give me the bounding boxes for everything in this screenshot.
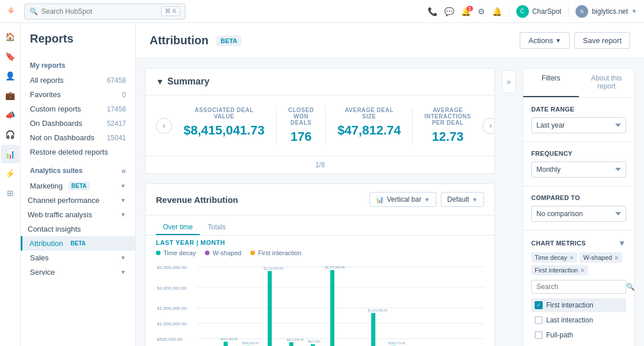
metric-search-wrapper[interactable]: 🔍 — [531, 280, 626, 294]
about-report-tab[interactable]: About this report — [579, 68, 635, 97]
service-expand-icon: ▼ — [120, 269, 126, 275]
sidebar-item-restore[interactable]: Restore deleted reports — [21, 145, 135, 159]
favorites-label: Favorites — [30, 90, 60, 99]
svg-text:$2,112,879.00: $2,112,879.00 — [264, 267, 283, 270]
deal-value-label: ASSOCIATED DEAL VALUE — [184, 107, 265, 120]
sidebar-item-custom[interactable]: Custom reports 17458 — [21, 102, 135, 116]
search-shortcut: ⌘ K — [161, 6, 180, 16]
sidebar-item-service[interactable]: Service ▼ — [21, 265, 135, 279]
automation-icon-btn[interactable]: ⚡ — [1, 164, 20, 183]
summary-metrics: ‹ ASSOCIATED DEAL VALUE $8,415,041.73 CL… — [146, 95, 494, 156]
revenue-chart: $2,500,000.00 $2,000,000.00 $1,500,000.0… — [156, 260, 484, 346]
marketing-icon-btn[interactable]: 📣 — [1, 106, 20, 124]
metrics-next-button[interactable]: › — [482, 118, 495, 134]
svg-rect-29 — [330, 270, 334, 346]
checkbox-full-path[interactable]: Full-path — [531, 328, 626, 342]
compared-to-section: Compared To No comparison — [523, 186, 634, 230]
sidebar-item-favorites[interactable]: Favorites 0 — [21, 87, 135, 102]
legend-w-shaped: W-shaped — [205, 249, 241, 256]
sidebar-item-sales[interactable]: Sales ▼ — [21, 251, 135, 265]
app-layout: Reports My reports All reports 67458 Fav… — [21, 23, 644, 346]
vertical-bar-button[interactable]: 📊 Vertical bar ▼ — [369, 192, 436, 207]
closed-won-value: 176 — [288, 129, 314, 144]
remove-w-shaped-button[interactable]: ✕ — [614, 255, 619, 261]
svg-text:$296,802.00: $296,802.00 — [242, 341, 260, 345]
tag-first-interaction: First interaction ✕ — [531, 265, 588, 275]
checkbox-linear[interactable]: Linear — [531, 343, 626, 346]
settings-icon[interactable]: ⚙ — [478, 7, 485, 16]
frequency-select[interactable]: Monthly — [531, 162, 626, 178]
time-decay-dot — [156, 251, 161, 255]
right-panel-expand-button[interactable]: » — [502, 70, 516, 93]
metric-search-input[interactable] — [536, 283, 623, 291]
metric-avg-interactions: AVERAGE INTERACTIONS PER DEAL 12.73 — [412, 107, 482, 144]
sales-label: Sales — [30, 253, 49, 262]
remove-time-decay-button[interactable]: ✕ — [569, 255, 574, 261]
tag-w-shaped: W-shaped ✕ — [580, 252, 622, 263]
chart-metrics-expand-icon[interactable]: ▼ — [618, 239, 626, 248]
compared-to-select[interactable]: No comparison — [531, 206, 626, 222]
actions-chevron-icon: ▼ — [555, 37, 561, 44]
default-button[interactable]: Default ▼ — [441, 192, 484, 207]
actions-label: Actions — [528, 36, 553, 45]
frequency-section: Frequency Monthly — [523, 142, 634, 186]
report-panel: ▼ Summary ‹ ASSOCIATED DEAL VALUE $8,415… — [145, 68, 495, 346]
charspot-user[interactable]: C CharSpot — [516, 5, 562, 18]
global-search-bar[interactable]: 🔍 ⌘ K — [24, 3, 185, 20]
deals-icon-btn[interactable]: 💼 — [1, 86, 20, 105]
chart-metrics-area: Chart metrics ▼ Time decay ✕ W-shaped ✕ — [523, 230, 634, 346]
revenue-section: Revenue Attribution 📊 Vertical bar ▼ Def… — [145, 183, 495, 346]
actions-button[interactable]: Actions ▼ — [520, 32, 570, 49]
apps-icon-btn[interactable]: ⊞ — [1, 184, 20, 202]
page-header-actions: Actions ▼ Save report Create report — [520, 32, 630, 49]
reports-icon-btn[interactable]: 📊 — [1, 145, 20, 163]
sidebar-item-attribution[interactable]: Attribution BETA — [21, 236, 135, 251]
metrics-prev-button[interactable]: ‹ — [156, 118, 172, 134]
sidebar-item-all-reports[interactable]: All reports 67458 — [21, 73, 135, 87]
tag-time-decay-label: Time decay — [535, 254, 567, 261]
chevron-down-icon: ▼ — [631, 8, 637, 14]
svg-text:$2,500,000.00: $2,500,000.00 — [157, 265, 187, 270]
date-range-select[interactable]: Last year — [531, 117, 626, 133]
svg-text:$2,000,000.00: $2,000,000.00 — [157, 286, 187, 291]
chart-period-label: LAST YEAR | MONTH — [146, 236, 494, 249]
restore-label: Restore deleted reports — [30, 148, 108, 156]
notification-icon[interactable]: 🔔1 — [461, 7, 471, 16]
filters-tab[interactable]: Filters — [523, 68, 579, 97]
tab-over-time[interactable]: Over time — [156, 220, 200, 235]
bookmark-icon-btn[interactable]: 🔖 — [1, 47, 20, 66]
check-icon: ✓ — [536, 302, 541, 308]
phone-icon[interactable]: 📞 — [428, 7, 437, 16]
service-icon-btn[interactable]: 🎧 — [1, 125, 20, 144]
chart-type-label: Vertical bar — [387, 195, 421, 203]
metric-tags: Time decay ✕ W-shaped ✕ First interactio… — [531, 252, 626, 275]
checkbox-last-interaction-box — [535, 316, 543, 324]
biglytics-user[interactable]: b biglytics.net ▼ — [576, 5, 637, 18]
chart-type-chevron: ▼ — [424, 197, 430, 203]
avg-deal-value: $47,812.74 — [337, 123, 401, 138]
tab-totals[interactable]: Totals — [201, 220, 233, 235]
summary-chevron-icon[interactable]: ▼ — [156, 77, 164, 86]
sidebar-item-web-traffic[interactable]: Web traffic analysis ▼ — [21, 207, 135, 222]
sidebar-item-on-dashboards[interactable]: On Dashboards 52417 — [21, 116, 135, 130]
legend-time-decay: Time decay — [156, 249, 196, 256]
collapse-analytics-icon[interactable]: « — [121, 166, 126, 175]
checkbox-first-interaction[interactable]: ✓ First interaction — [531, 298, 626, 312]
sidebar-item-contact-insights[interactable]: Contact insights — [21, 222, 135, 236]
page-title-row: Attribution BETA — [150, 34, 241, 47]
save-report-button[interactable]: Save report — [574, 32, 630, 49]
search-input[interactable] — [41, 7, 158, 16]
sidebar-item-marketing[interactable]: Marketing BETA ▼ — [21, 179, 135, 193]
remove-first-interaction-button[interactable]: ✕ — [580, 267, 585, 274]
chart-legend: Time decay W-shaped First interaction — [146, 249, 494, 260]
bar-chart-icon: 📊 — [376, 196, 384, 203]
sidebar-item-not-dashboards[interactable]: Not on Dashboards 15041 — [21, 130, 135, 145]
contacts-icon-btn[interactable]: 👤 — [1, 67, 20, 85]
avg-interactions-label: AVERAGE INTERACTIONS PER DEAL — [424, 107, 471, 126]
chat-icon[interactable]: 💬 — [444, 7, 454, 16]
bell-icon[interactable]: 🔔 — [492, 7, 502, 16]
home-icon-btn[interactable]: 🏠 — [1, 28, 20, 46]
channel-label: Channel performance — [28, 196, 100, 205]
sidebar-item-channel[interactable]: Channel performance ▼ — [21, 193, 135, 207]
checkbox-last-interaction[interactable]: Last interaction — [531, 313, 626, 327]
